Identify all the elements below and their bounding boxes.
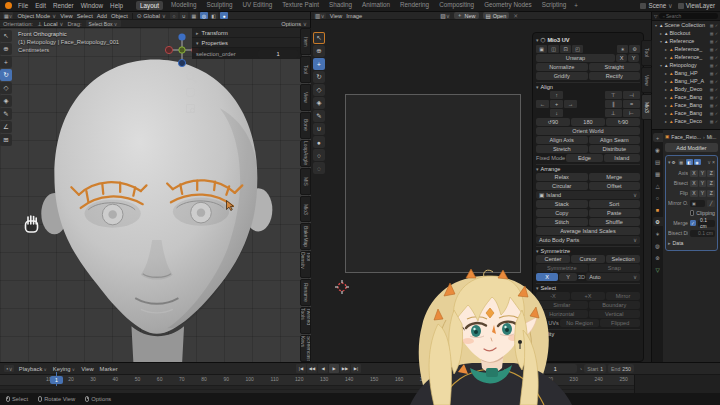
visibility-icons[interactable]: ▦ ✓ [710, 63, 718, 68]
new-image-button[interactable]: ＋ New [454, 12, 479, 19]
playhead-badge[interactable]: 1 [50, 376, 63, 384]
bisect-toggle[interactable]: X [690, 180, 698, 187]
world[interactable]: ○ [653, 193, 663, 202]
mio3-button[interactable]: Circular [536, 182, 588, 190]
mio3-button[interactable]: Relax [536, 173, 588, 181]
timeline-menu-item[interactable]: Marker [100, 366, 118, 372]
scale[interactable] [313, 84, 325, 96]
visibility-icons[interactable]: ▦ ✓ [710, 87, 718, 92]
outliner-row[interactable]: ▸ ▲ Bang_HP ▦ ✓ [652, 69, 720, 77]
mirror-object-field[interactable]: ▣ [690, 200, 705, 207]
next-key[interactable]: ▶▶ [340, 364, 350, 373]
visibility-icons[interactable]: ▦ ✓ [710, 47, 718, 52]
viewport-menu-item[interactable]: Object [111, 13, 128, 19]
symmetrize-tab[interactable]: Cursor [571, 255, 605, 263]
filter-icon[interactable]: ▽ [654, 14, 657, 19]
align-middle-x-button[interactable]: = [623, 100, 640, 108]
mio3-button[interactable]: Stretch [536, 145, 588, 153]
add-cube[interactable] [0, 134, 12, 146]
constraints[interactable]: ⊗ [653, 253, 663, 262]
outliner-row[interactable]: ▸ ▲ Reference_ ▦ ✓ [652, 45, 720, 53]
unlink-icon[interactable]: ✕ [513, 13, 518, 19]
mode-selector[interactable]: Object Mode ∨ [17, 13, 56, 19]
move[interactable] [313, 58, 325, 70]
npanel-tab[interactable]: Mio3 [641, 94, 652, 120]
transform[interactable] [0, 95, 12, 107]
orient-world-button[interactable]: Orient World [536, 127, 640, 135]
play-back[interactable]: ◀ [318, 364, 328, 373]
physics[interactable]: ◍ [653, 241, 663, 250]
expand-arrow-icon[interactable]: ▸ [664, 71, 668, 76]
fixed-mode-option[interactable]: Edge [566, 154, 602, 162]
transform[interactable] [313, 97, 325, 109]
pin[interactable]: ∗ [617, 45, 628, 53]
mio3-button[interactable]: Stack [536, 200, 588, 208]
clock-icon[interactable]: ◔ [579, 366, 582, 372]
workspace-tab[interactable]: UV Editing [240, 1, 274, 10]
npanel-tab[interactable]: Item [300, 28, 311, 55]
output[interactable]: ▤ [653, 157, 663, 166]
view-frame[interactable]: ⊡ [560, 45, 571, 53]
app-menu-item[interactable]: Render [52, 2, 75, 9]
measure[interactable] [0, 121, 12, 133]
merge-value-field[interactable]: 0.1 cm [698, 220, 715, 227]
mio3-button[interactable]: Shuffle [589, 218, 641, 226]
annotate[interactable] [0, 108, 12, 120]
rotate-180-button[interactable]: 180 [571, 118, 605, 126]
visibility-icons[interactable]: ▦ ✓ [710, 55, 718, 60]
visibility-icons[interactable]: ▦ ✓ [710, 39, 718, 44]
visibility-icons[interactable]: ▦ ✓ [710, 31, 718, 36]
rotate-left-90-button[interactable]: 90 [536, 118, 570, 126]
unwrap-button[interactable]: Unwrap [536, 54, 615, 62]
workspace-tab[interactable]: Rendering [398, 1, 431, 10]
flip-toggle[interactable]: X [690, 190, 698, 197]
jump-start[interactable]: |◀ [296, 364, 306, 373]
smooth[interactable] [313, 162, 325, 174]
symmetrize-tab[interactable]: Selection [606, 255, 640, 263]
expand-arrow-icon[interactable]: ▸ [664, 103, 668, 108]
outliner-search-input[interactable]: ○Search [659, 13, 718, 19]
workspace-tab[interactable]: Animation [360, 1, 392, 10]
select-button[interactable]: Horizontal [536, 310, 588, 318]
view-layer[interactable]: ▦ [653, 169, 663, 178]
visibility-icons[interactable]: ▦ ✓ [710, 79, 718, 84]
outliner-row[interactable]: ▸ ▲ Blockout ▦ ✓ [652, 29, 720, 37]
npanel-tab[interactable]: Twisted Tools [300, 307, 311, 334]
outliner-row[interactable]: ▸ ▲ Bang_HP_A ▦ ✓ [652, 77, 720, 85]
data[interactable]: ▽ [653, 265, 663, 274]
timeline-ruler[interactable]: 1020304050607080901001101201301401501601… [0, 375, 720, 386]
visibility-icons[interactable]: ▦ ✓ [710, 119, 718, 124]
editor-type-icon[interactable]: ◔∨ [4, 365, 14, 372]
align-left-button[interactable]: ← [536, 100, 549, 108]
annotate[interactable] [313, 110, 325, 122]
expand-arrow-icon[interactable]: ▸ [664, 119, 668, 124]
utility-section-header[interactable]: ▸Utility [536, 329, 640, 337]
symmetrize-action-button[interactable]: Symmetrize [536, 264, 588, 272]
bisect-distance-field[interactable]: 0.1 cm [690, 230, 715, 237]
mio3-button[interactable]: Distribute [589, 145, 641, 153]
flip-toggle[interactable]: Z [707, 190, 715, 197]
mio3-button[interactable]: Align Axis [536, 136, 588, 144]
symmetrize-auto-dropdown[interactable]: Auto∨ [586, 273, 640, 281]
align-right-edge-button[interactable]: ⊢ [623, 109, 640, 117]
npanel-tab[interactable]: View [641, 67, 652, 93]
render[interactable]: ◉ [653, 145, 663, 154]
fixed-mode-option[interactable]: Island [604, 154, 640, 162]
orientation-dropdown[interactable]: ⊥ Local ∨ [37, 21, 63, 27]
realtime[interactable]: ◧ [686, 159, 693, 165]
align-left-edge-button[interactable]: ⊣ [623, 91, 640, 99]
mio3-button[interactable]: Rectify [589, 72, 641, 80]
rotate[interactable] [0, 69, 12, 81]
merge-checkbox[interactable]: ✓ [690, 220, 696, 226]
outliner-row[interactable]: ▸ ▲ Face_Bang ▦ ✓ [652, 101, 720, 109]
end-frame-field[interactable]: End250 [608, 364, 634, 373]
select-button[interactable]: Similar [536, 301, 588, 309]
odd-uvs-option[interactable]: No Region [560, 319, 600, 327]
jump-end[interactable]: ▶| [351, 364, 361, 373]
align-center-button[interactable]: + [550, 100, 563, 108]
pinch[interactable] [313, 149, 325, 161]
add-modifier-button[interactable]: Add Modifier [665, 143, 718, 152]
current-frame-field[interactable]: 1 [533, 364, 577, 373]
timeline-menu-item[interactable]: Playback [19, 366, 47, 372]
odd-uvs-option[interactable]: Flipped [600, 319, 640, 327]
